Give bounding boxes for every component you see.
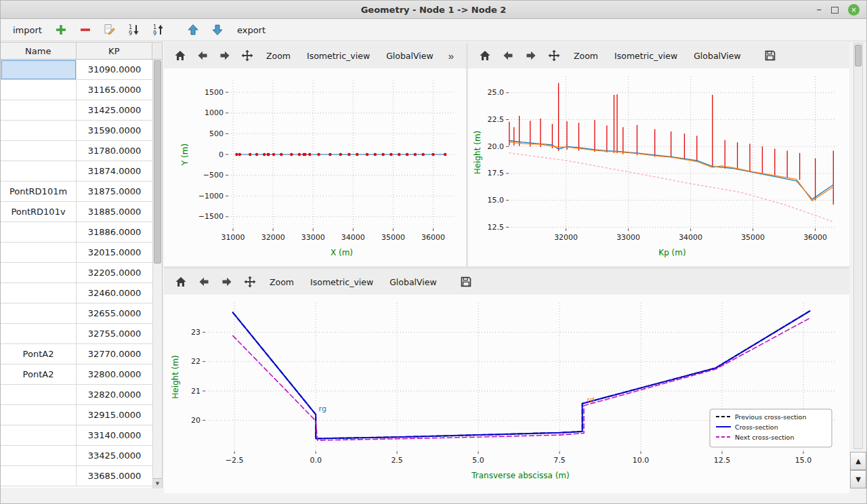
name-cell[interactable]: PontRD101v: [1, 202, 77, 222]
scroll-down-button[interactable]: ▼: [850, 470, 866, 488]
table-row[interactable]: 31165.0000: [1, 80, 153, 100]
move-down-button[interactable]: [209, 21, 227, 39]
name-cell[interactable]: [1, 141, 77, 161]
name-cell[interactable]: [1, 100, 77, 121]
kp-cell[interactable]: 32770.0000: [77, 344, 153, 364]
add-row-button[interactable]: [52, 21, 70, 39]
kp-cell[interactable]: 32655.0000: [77, 303, 153, 324]
table-row[interactable]: 33140.0000: [1, 425, 153, 446]
cross-isometric-view-button[interactable]: Isometric_view: [303, 274, 380, 291]
name-cell[interactable]: [1, 161, 77, 182]
remove-row-button[interactable]: [77, 21, 95, 39]
plan-view-chart[interactable]: 310003200033000340003500036000−1500−1000…: [164, 68, 466, 266]
name-cell[interactable]: [1, 243, 77, 263]
kp-cell[interactable]: 32800.0000: [77, 364, 153, 385]
window-scrollbar[interactable]: ▲ ▼: [850, 43, 867, 493]
kp-cell[interactable]: 32915.0000: [77, 405, 153, 425]
kp-cell[interactable]: 31425.0000: [77, 100, 153, 121]
cross-section-chart[interactable]: −2.50.02.55.07.510.012.515.020212223Tran…: [164, 295, 849, 493]
scrollbar-channel[interactable]: [853, 43, 863, 449]
move-up-button[interactable]: [184, 21, 203, 39]
kp-cell[interactable]: 31165.0000: [77, 80, 153, 100]
name-cell[interactable]: PontA2: [1, 364, 77, 385]
name-cell[interactable]: [1, 385, 77, 405]
plan-pan-button[interactable]: [237, 46, 257, 65]
longitudinal-profile-chart[interactable]: 320003300034000350003600012.515.017.520.…: [468, 68, 849, 266]
scroll-up-button[interactable]: ▲: [850, 452, 866, 470]
profile-zoom-button[interactable]: Zoom: [567, 47, 605, 64]
edit-button[interactable]: [101, 21, 119, 39]
kp-cell[interactable]: 32820.0000: [77, 385, 153, 405]
kp-cell[interactable]: 31090.0000: [77, 60, 153, 80]
plan-back-button[interactable]: [193, 46, 213, 65]
kp-cell[interactable]: 33685.0000: [77, 466, 153, 486]
plan-isometric-view-button[interactable]: Isometric_view: [300, 47, 377, 64]
close-button[interactable]: ×: [848, 4, 860, 16]
profile-globalview-button[interactable]: GlobalView: [687, 47, 748, 64]
kp-cell[interactable]: 32755.0000: [77, 324, 153, 344]
table-row[interactable]: PontA232800.0000: [1, 364, 153, 385]
sort-ascending-button[interactable]: 19: [125, 21, 144, 39]
minimize-button[interactable]: –: [817, 5, 822, 15]
table-row[interactable]: 31590.0000: [1, 121, 153, 141]
profile-back-button[interactable]: [498, 46, 518, 65]
cross-back-button[interactable]: [194, 272, 214, 291]
kp-cell[interactable]: 33140.0000: [77, 425, 153, 446]
name-cell[interactable]: [1, 446, 77, 466]
table-row[interactable]: 32820.0000: [1, 385, 153, 405]
profile-save-button[interactable]: [760, 46, 780, 65]
table-scrollbar[interactable]: ▼: [152, 60, 162, 488]
kp-cell[interactable]: 33425.0000: [77, 446, 153, 466]
scrollbar-thumb[interactable]: [855, 45, 862, 66]
profile-pan-button[interactable]: [544, 46, 564, 65]
kp-cell[interactable]: 31590.0000: [77, 121, 153, 141]
name-cell[interactable]: PontA2: [1, 344, 77, 364]
kp-cell[interactable]: 32460.0000: [77, 283, 153, 303]
plan-zoom-button[interactable]: Zoom: [259, 47, 297, 64]
kp-cell[interactable]: 32015.0000: [77, 243, 153, 263]
table-row[interactable]: 33685.0000: [1, 466, 153, 486]
profile-home-button[interactable]: [475, 46, 495, 65]
cross-zoom-button[interactable]: Zoom: [263, 274, 301, 291]
table-row[interactable]: 33425.0000: [1, 446, 153, 466]
table-row[interactable]: 32915.0000: [1, 405, 153, 425]
table-row[interactable]: 31090.0000: [1, 60, 153, 80]
maximize-button[interactable]: [831, 7, 839, 14]
name-cell[interactable]: [1, 466, 77, 486]
name-cell[interactable]: [1, 324, 77, 344]
table-row[interactable]: 31425.0000: [1, 100, 153, 121]
table-row[interactable]: 32460.0000: [1, 283, 153, 303]
table-row[interactable]: 32205.0000: [1, 263, 153, 283]
name-cell[interactable]: [1, 263, 77, 283]
name-cell[interactable]: PontRD101m: [1, 182, 77, 202]
name-cell[interactable]: [1, 60, 77, 80]
cross-globalview-button[interactable]: GlobalView: [383, 274, 444, 291]
table-row[interactable]: 31874.0000: [1, 161, 153, 182]
name-cell[interactable]: [1, 425, 77, 446]
table-row[interactable]: PontA232770.0000: [1, 344, 153, 364]
table-scroll-down-button[interactable]: ▼: [153, 478, 162, 488]
name-cell[interactable]: [1, 222, 77, 243]
plan-home-button[interactable]: [171, 46, 190, 65]
kp-cell[interactable]: 31780.0000: [77, 141, 153, 161]
table-row[interactable]: 32655.0000: [1, 303, 153, 324]
name-cell[interactable]: [1, 121, 77, 141]
table-scrollbar-thumb[interactable]: [154, 60, 161, 264]
plan-toolbar-overflow-button[interactable]: »: [443, 49, 459, 63]
table-row[interactable]: 31780.0000: [1, 141, 153, 161]
cross-pan-button[interactable]: [240, 272, 260, 291]
kp-cell[interactable]: 31886.0000: [77, 222, 153, 243]
table-row[interactable]: PontRD101v31885.0000: [1, 202, 153, 222]
plan-forward-button[interactable]: [215, 46, 234, 65]
name-cell[interactable]: [1, 405, 77, 425]
table-row[interactable]: 32015.0000: [1, 243, 153, 263]
cross-home-button[interactable]: [171, 272, 191, 291]
sort-descending-button[interactable]: 19: [150, 21, 168, 39]
kp-cell[interactable]: 31885.0000: [77, 202, 153, 222]
name-cell[interactable]: [1, 303, 77, 324]
export-button[interactable]: export: [233, 23, 270, 37]
table-row[interactable]: 32755.0000: [1, 324, 153, 344]
table-row[interactable]: PontRD101m31875.0000: [1, 182, 153, 202]
plan-globalview-button[interactable]: GlobalView: [379, 47, 440, 64]
cross-save-button[interactable]: [456, 272, 476, 291]
